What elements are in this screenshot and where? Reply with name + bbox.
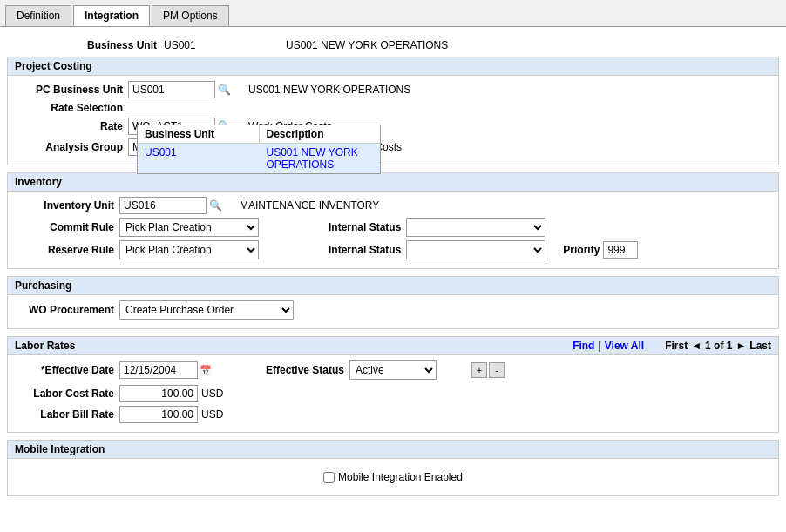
pc-bu-label: PC Business Unit [15,84,128,96]
eff-date-row: *Effective Date 📅 Effective Status Activ… [15,360,771,380]
wo-proc-select[interactable]: Create Purchase Order Requisition None [119,300,294,320]
mobile-integration-section: Mobile Integration Mobile Integration En… [7,440,779,496]
header-row: Business Unit US001 US001 NEW YORK OPERA… [7,34,779,57]
tabs-bar: Definition Integration PM Options [0,0,786,27]
labor-rates-section: Labor Rates Find | View All First ◄ 1 of… [7,336,779,433]
inv-unit-value-group: 🔍 MAINTENANCE INVENTORY [119,197,379,214]
commit-rule-label: Commit Rule [15,221,119,233]
purchasing-section: Purchasing WO Procurement Create Purchas… [7,276,779,329]
wo-proc-label: WO Procurement [15,304,119,316]
bu-label: Business Unit [77,39,164,51]
labor-bill-row: Labor Bill Rate USD [15,406,771,423]
labor-cost-usd: USD [201,387,223,400]
rate-label: Rate [15,120,128,132]
labor-cost-label: Labor Cost Rate [15,387,119,400]
view-all-link[interactable]: View All [605,340,644,352]
rate-selection-row: Rate Selection Business Unit Description… [15,102,771,114]
labor-bill-input[interactable] [119,406,198,423]
tab-integration[interactable]: Integration [73,5,150,26]
inv-unit-row: Inventory Unit 🔍 MAINTENANCE INVENTORY [15,197,771,214]
inventory-header: Inventory [8,173,778,192]
add-row-button[interactable]: + [471,362,487,378]
labor-rates-header-bar: Labor Rates Find | View All First ◄ 1 of… [8,337,778,355]
internal-status-label-1: Internal Status [329,221,401,233]
tab-definition[interactable]: Definition [5,5,71,26]
nav-page-text: 1 of 1 [705,340,732,352]
dropdown-row1-code: US001 [138,144,260,173]
internal-status-value-1 [406,218,545,237]
dropdown-row-1[interactable]: US001 US001 NEW YORK OPERATIONS [138,144,380,173]
last-label: Last [749,340,771,352]
dropdown-col1-header: Business Unit [138,125,260,143]
dropdown-header: Business Unit Description [138,125,380,144]
pc-bu-value-group: US001 🔍 US001 NEW YORK OPERATIONS [128,81,410,98]
remove-row-button[interactable]: - [489,362,505,378]
commit-rule-row: Commit Rule Pick Plan Creation Immediate… [15,218,771,237]
tab-pm-options[interactable]: PM Options [152,5,229,26]
wo-proc-value-group: Create Purchase Order Requisition None [119,300,294,320]
dropdown-col2-header: Description [260,125,381,143]
labor-bill-label: Labor Bill Rate [15,408,119,421]
calendar-icon[interactable]: 📅 [198,362,213,378]
labor-rates-body: *Effective Date 📅 Effective Status Activ… [8,355,778,432]
analysis-group-row: Analysis Group MMCST 🔍 Maintenance Manag… [15,138,771,156]
mobile-integration-header: Mobile Integration [8,441,778,459]
inventory-body: Inventory Unit 🔍 MAINTENANCE INVENTORY C… [8,192,778,268]
internal-status-select-2[interactable] [406,240,545,259]
priority-label: Priority [563,244,600,256]
inv-unit-lookup-icon[interactable]: 🔍 [208,199,222,212]
bu-desc: US001 NEW YORK OPERATIONS [286,39,448,51]
internal-status-select-1[interactable] [406,218,545,237]
eff-date-input[interactable] [119,361,198,379]
labor-nav: Find | View All First ◄ 1 of 1 ► Last [573,340,771,352]
analysis-group-label: Analysis Group [15,141,128,153]
purchasing-header: Purchasing [8,277,778,295]
inv-unit-label: Inventory Unit [15,199,119,212]
nav-sep-1: | [598,340,600,352]
internal-status-label-2: Internal Status [329,244,401,256]
wo-proc-row: WO Procurement Create Purchase Order Req… [15,300,771,320]
rate-row: Rate WO_ACT1 🔍 Work Order Costs [15,118,771,135]
inv-unit-desc: MAINTENANCE INVENTORY [240,199,379,212]
reserve-rule-select[interactable]: Pick Plan Creation Immediate Deferred [119,240,259,259]
mobile-integration-row: Mobile Integration Enabled [15,464,771,490]
pc-bu-lookup-icon[interactable]: 🔍 [217,83,231,97]
eff-status-label: Effective Status [266,364,344,376]
reserve-rule-value-group: Pick Plan Creation Immediate Deferred [119,240,259,259]
mobile-integration-checkbox[interactable] [323,472,335,483]
prev-icon[interactable]: ◄ [691,340,701,352]
eff-status-group: Active Inactive [349,360,437,380]
rate-selection-label: Rate Selection [15,102,128,114]
inventory-section: Inventory Inventory Unit 🔍 MAINTENANCE I… [7,172,779,269]
pc-bu-input[interactable]: US001 [128,81,215,98]
rate-selection-dropdown[interactable]: Business Unit Description US001 US001 NE… [137,125,381,174]
project-costing-section: Project Costing PC Business Unit US001 🔍… [7,57,779,165]
eff-date-label: *Effective Date [15,364,119,376]
project-costing-header: Project Costing [8,57,778,76]
next-icon[interactable]: ► [735,340,746,352]
purchasing-body: WO Procurement Create Purchase Order Req… [8,295,778,328]
eff-status-select[interactable]: Active Inactive [349,360,437,380]
bu-value: US001 [164,39,234,51]
priority-input[interactable]: 999 [603,241,638,259]
inv-unit-input[interactable] [119,197,207,214]
reserve-rule-label: Reserve Rule [15,244,119,256]
add-remove-buttons: + - [471,362,505,378]
project-costing-body: PC Business Unit US001 🔍 US001 NEW YORK … [8,76,778,165]
dropdown-row1-desc: US001 NEW YORK OPERATIONS [260,144,381,173]
internal-status-value-2 [406,240,545,259]
mobile-integration-label: Mobile Integration Enabled [338,471,463,483]
pc-bu-row: PC Business Unit US001 🔍 US001 NEW YORK … [15,81,771,98]
commit-rule-select[interactable]: Pick Plan Creation Immediate Deferred [119,218,259,237]
labor-header-row: Labor Rates Find | View All First ◄ 1 of… [15,340,771,352]
first-label: First [665,340,688,352]
labor-cost-row: Labor Cost Rate USD [15,385,771,402]
labor-bill-usd: USD [201,408,223,421]
pc-bu-desc: US001 NEW YORK OPERATIONS [248,84,410,96]
find-link[interactable]: Find [573,340,594,352]
reserve-rule-row: Reserve Rule Pick Plan Creation Immediat… [15,240,771,259]
mobile-integration-body: Mobile Integration Enabled [8,459,778,495]
labor-cost-input[interactable] [119,385,198,402]
commit-rule-value-group: Pick Plan Creation Immediate Deferred [119,218,259,237]
